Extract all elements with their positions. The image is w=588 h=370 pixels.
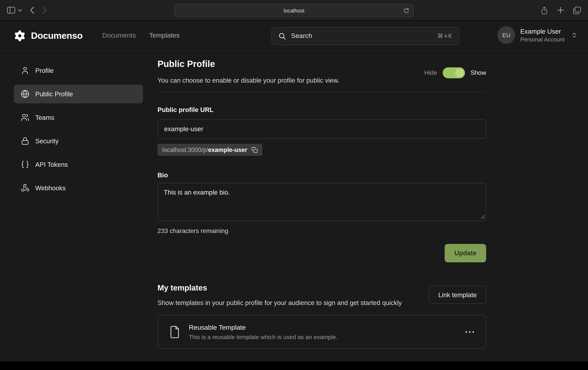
sidebar-item-webhooks[interactable]: Webhooks — [14, 179, 143, 197]
sidebar-item-label: API Tokens — [35, 161, 68, 168]
toggle-knob — [455, 69, 464, 77]
sidebar-item-label: Profile — [35, 67, 54, 74]
char-counter: 233 characters remaining — [158, 227, 486, 235]
template-card: Reusable Template This is a reusable tem… — [158, 315, 486, 349]
template-description: This is a reusable template which is use… — [189, 333, 337, 340]
file-icon — [169, 325, 181, 339]
search-shortcut: ⌘+K — [437, 32, 452, 40]
sidebar-item-label: Webhooks — [35, 184, 66, 192]
address-bar[interactable]: localhost — [174, 4, 414, 17]
address-bar-url: localhost — [284, 8, 304, 13]
sidebar-item-security[interactable]: Security — [14, 132, 143, 150]
avatar: EU — [497, 26, 515, 44]
toggle-show-label: Show — [471, 69, 486, 76]
share-icon[interactable] — [541, 6, 548, 14]
section-divider — [158, 92, 486, 92]
copy-icon[interactable] — [252, 147, 258, 153]
account-name: Example User — [520, 28, 565, 35]
main-content: Public Profile You can choose to enable … — [158, 58, 486, 349]
page-title: Public Profile — [158, 58, 339, 70]
app-window: localhost — [0, 0, 588, 370]
browser-forward-icon[interactable] — [42, 6, 47, 14]
chevrons-up-down-icon — [571, 32, 578, 38]
globe-icon — [21, 90, 29, 98]
reload-icon[interactable] — [403, 7, 410, 14]
sidebar-item-label: Security — [35, 137, 59, 145]
nav-templates[interactable]: Templates — [149, 32, 180, 40]
sidebar-item-teams[interactable]: Teams — [14, 108, 143, 127]
sidebar-item-profile[interactable]: Profile — [14, 61, 143, 80]
public-profile-url-label: Public profile URL — [158, 106, 486, 113]
browser-back-icon[interactable] — [30, 6, 34, 14]
bio-textarea[interactable]: This is an example bio. — [158, 183, 486, 221]
brand-name: Documenso — [31, 30, 83, 41]
settings-sidebar: Profile Public Profile Teams Security AP… — [14, 61, 143, 202]
braces-icon — [21, 160, 29, 169]
new-tab-icon[interactable] — [557, 7, 564, 14]
main-nav: Documents Templates — [102, 32, 180, 40]
search-icon — [279, 32, 286, 40]
browser-toolbar: localhost — [0, 0, 588, 21]
users-icon — [21, 113, 29, 122]
public-profile-url-input[interactable] — [158, 119, 486, 139]
window-bottom-edge — [0, 361, 588, 370]
page-subtitle: You can choose to enable or disable your… — [158, 76, 339, 85]
link-template-button[interactable]: Link template — [429, 286, 486, 304]
search-placeholder: Search — [291, 32, 312, 40]
profile-url-badge: localhost:3000/p/example-user — [158, 144, 262, 156]
profile-url-prefix: localhost:3000/p/ — [162, 146, 208, 153]
profile-visibility-toggle[interactable] — [443, 67, 465, 78]
account-menu[interactable]: EU Example User Personal Account — [497, 26, 578, 44]
template-menu-ellipsis-icon[interactable] — [465, 327, 475, 337]
documenso-logo-icon — [14, 30, 26, 42]
template-name: Reusable Template — [189, 324, 337, 331]
nav-documents[interactable]: Documents — [102, 32, 136, 40]
account-type: Personal Account — [520, 36, 565, 42]
user-icon — [21, 66, 29, 75]
browser-sidebar-chevron-down-icon[interactable] — [18, 9, 22, 11]
app-header: Documenso Documents Templates Search ⌘+K… — [0, 21, 588, 51]
toggle-hide-label: Hide — [424, 69, 437, 76]
my-templates-title: My templates — [158, 283, 402, 293]
browser-sidebar-icon[interactable] — [7, 7, 15, 14]
update-button[interactable]: Update — [445, 244, 486, 262]
sidebar-item-api-tokens[interactable]: API Tokens — [14, 155, 143, 174]
tab-overview-icon[interactable] — [573, 6, 581, 14]
sidebar-item-public-profile[interactable]: Public Profile — [14, 85, 143, 103]
profile-url-slug: example-user — [208, 146, 247, 153]
sidebar-item-label: Public Profile — [35, 90, 73, 98]
sidebar-item-label: Teams — [35, 114, 54, 121]
webhook-icon — [21, 184, 29, 192]
bio-label: Bio — [158, 172, 486, 179]
resize-handle-icon[interactable] — [480, 214, 484, 219]
search-input[interactable]: Search ⌘+K — [272, 27, 459, 45]
brand[interactable]: Documenso — [14, 30, 83, 42]
my-templates-description: Show templates in your public profile fo… — [158, 298, 402, 308]
lock-icon — [21, 137, 29, 145]
